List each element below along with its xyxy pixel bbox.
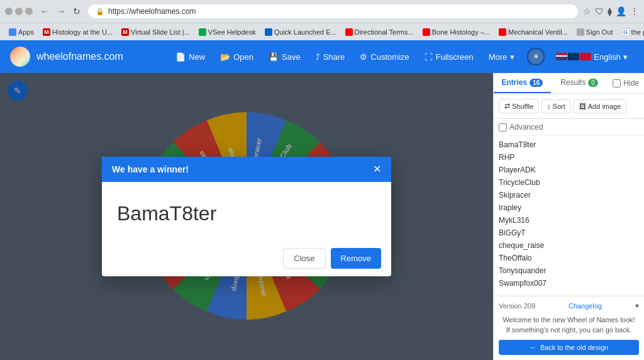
- customize-button[interactable]: ⚙ Customize: [352, 48, 416, 65]
- list-item[interactable]: TheOffalo: [499, 252, 639, 264]
- list-item[interactable]: MykL316: [499, 214, 639, 227]
- fullscreen-label: Fullscreen: [436, 52, 474, 62]
- more-chevron-icon: ▾: [510, 52, 514, 62]
- apps-icon: [9, 28, 16, 36]
- panel-actions: ⇄ Shuffle ↕ Sort 🖼 Add image: [494, 94, 644, 119]
- browser-nav: ← → ↻: [38, 5, 83, 18]
- menu-icon[interactable]: ⋮: [630, 6, 639, 16]
- bookmark-virtual-slide[interactable]: M Virtual Slide List |...: [118, 27, 194, 37]
- dialog-footer: Close Remove: [102, 240, 391, 276]
- list-item[interactable]: Tonysquander: [499, 264, 639, 277]
- bookmark-vsee[interactable]: VSee Helpdesk: [195, 27, 260, 37]
- sort-button[interactable]: ↕ Sort: [541, 99, 571, 113]
- version-text: Version 209: [499, 302, 535, 310]
- lock-icon: 🔒: [96, 8, 104, 16]
- sign-icon: [577, 28, 584, 36]
- bookmark-signout[interactable]: Sign Out: [573, 27, 617, 37]
- vsee-icon: [199, 28, 206, 36]
- share-button[interactable]: ⤴ Share: [308, 48, 353, 65]
- add-image-button[interactable]: 🖼 Add image: [574, 99, 627, 113]
- extensions-icon[interactable]: ⧫: [608, 6, 612, 16]
- main-content: ✎: [0, 73, 644, 360]
- close-button[interactable]: Close: [283, 248, 325, 269]
- list-item[interactable]: Irapley: [499, 201, 639, 214]
- bookmark-label: Mechanical Ventil...: [508, 28, 568, 36]
- profile-icon[interactable]: 👤: [616, 6, 626, 16]
- list-item[interactable]: BiGGyT: [499, 227, 639, 239]
- more-label: More: [489, 52, 508, 62]
- language-button[interactable]: English ▾: [550, 48, 634, 65]
- bookmark-physics[interactable]: G the physics behin...: [618, 27, 644, 37]
- yt2-icon: [423, 28, 430, 36]
- save-button[interactable]: 💾 Save: [261, 48, 308, 65]
- browser-dots: [5, 8, 33, 15]
- tab-results[interactable]: Results 0: [551, 73, 608, 93]
- bookmark-mechanical[interactable]: Mechanical Ventil...: [495, 27, 572, 37]
- fullscreen-button[interactable]: ⛶ Fullscreen: [417, 48, 481, 65]
- bookmark-star-icon[interactable]: ☆: [583, 6, 591, 16]
- remove-button[interactable]: Remove: [331, 248, 381, 269]
- share-icon: ⤴: [316, 52, 320, 62]
- list-item[interactable]: cheque_raise: [499, 239, 639, 252]
- list-item[interactable]: Skipracer: [499, 189, 639, 201]
- bookmark-label: VSee Helpdesk: [208, 28, 256, 36]
- bookmark-apps[interactable]: Apps: [5, 27, 38, 37]
- language-label: English: [594, 52, 621, 62]
- bookmark-label: Bone Histology –...: [432, 28, 490, 36]
- changelog-link[interactable]: Changelog: [569, 302, 602, 310]
- bookmark-quick-launch[interactable]: Quick Launched E...: [261, 27, 340, 37]
- virtual-slide-icon: M: [121, 28, 129, 36]
- more-button[interactable]: More ▾: [481, 48, 523, 65]
- customize-label: Customize: [370, 52, 409, 62]
- advanced-checkbox[interactable]: [499, 123, 507, 132]
- list-item[interactable]: RHP: [499, 151, 639, 164]
- open-label: Open: [233, 52, 253, 62]
- hide-checkbox[interactable]: [613, 79, 621, 87]
- browser-chrome: ← → ↻ 🔒 https://wheelofnames.com ☆ 🛡 ⧫ 👤…: [0, 0, 644, 23]
- customize-icon: ⚙: [360, 52, 367, 62]
- dialog-close-button[interactable]: ✕: [373, 164, 381, 174]
- list-item[interactable]: Swampfox007: [499, 277, 639, 290]
- list-item[interactable]: PlayerADK: [499, 164, 639, 176]
- shuffle-button[interactable]: ⇄ Shuffle: [499, 99, 539, 113]
- bookmark-label: Virtual Slide List |...: [131, 28, 190, 36]
- sort-icon: ↕: [547, 103, 551, 110]
- back-to-old-design-button[interactable]: ← Back to the old design: [499, 340, 639, 355]
- bookmarks-bar: Apps M Histology at the U... M Virtual S…: [0, 23, 644, 40]
- open-button[interactable]: 📂 Open: [213, 48, 261, 65]
- toggle-circle: ☀: [528, 49, 543, 64]
- new-button[interactable]: 📄 New: [168, 48, 213, 65]
- bookmark-directional[interactable]: Directional Terms...: [341, 27, 418, 37]
- list-item[interactable]: BamaT8ter: [499, 138, 639, 151]
- panel-footer: Version 209 Changelog ▾ Welcome to the n…: [494, 296, 644, 360]
- welcome-line1: Welcome to the new Wheel of Names look!: [502, 316, 635, 323]
- dialog-header: We have a winner! ✕: [102, 157, 391, 182]
- app-header: wheelofnames.com 📄 New 📂 Open 💾 Save ⤴ S…: [0, 40, 644, 73]
- shield-icon[interactable]: 🛡: [595, 6, 604, 16]
- url-text: https://wheelofnames.com: [108, 7, 196, 16]
- browser-dot-2: [15, 8, 23, 15]
- browser-dot-1: [5, 8, 13, 15]
- address-bar[interactable]: 🔒 https://wheelofnames.com: [88, 4, 578, 18]
- dark-mode-toggle[interactable]: ☀: [527, 48, 545, 65]
- new-icon: 📄: [175, 52, 186, 62]
- bookmark-label: Directional Terms...: [355, 28, 414, 36]
- advanced-label: Advanced: [509, 123, 543, 132]
- version-chevron-icon: ▾: [635, 301, 639, 310]
- histology-icon: M: [43, 28, 50, 36]
- right-panel: Entries 16 Results 0 Hide ⇄ Shuffle ↕ So…: [493, 73, 644, 360]
- add-image-label: Add image: [588, 103, 621, 110]
- share-label: Share: [323, 52, 345, 62]
- bookmark-histology[interactable]: M Histology at the U...: [39, 27, 116, 37]
- flag-ca-icon: [580, 53, 591, 60]
- entries-tab-label: Entries: [501, 78, 527, 87]
- forward-button[interactable]: →: [54, 5, 68, 18]
- fullscreen-icon: ⛶: [425, 52, 433, 62]
- bookmark-bone[interactable]: Bone Histology –...: [419, 27, 494, 37]
- list-item[interactable]: TricycleClub: [499, 176, 639, 189]
- reload-button[interactable]: ↻: [70, 5, 83, 18]
- back-button[interactable]: ←: [38, 5, 52, 18]
- flag-uk-icon: [568, 53, 579, 60]
- open-icon: 📂: [220, 52, 230, 62]
- tab-entries[interactable]: Entries 16: [494, 73, 551, 93]
